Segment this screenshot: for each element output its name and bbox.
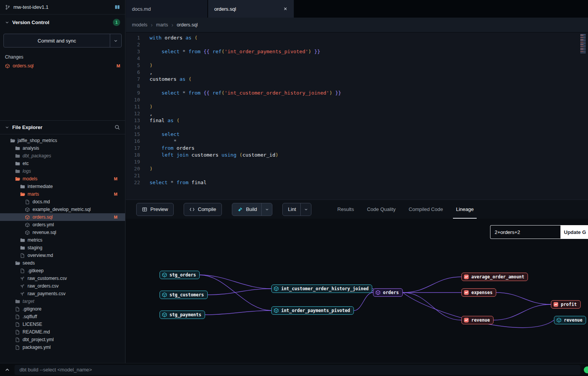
tab-compiled-code[interactable]: Compiled Code xyxy=(409,200,443,219)
panel-layout-icon[interactable] xyxy=(114,4,120,10)
tree-item-orders.sql[interactable]: orders.sqlM xyxy=(0,213,125,221)
tree-item-label: raw_payments.csv xyxy=(28,291,65,296)
file-icon xyxy=(15,329,20,335)
lineage-node-orders[interactable]: orders xyxy=(373,288,403,297)
seed-icon xyxy=(20,276,25,281)
lineage-node-stg_payments[interactable]: stg_payments xyxy=(160,311,205,319)
folder-icon xyxy=(15,145,20,151)
branch-name: mw-test-idev1.1 xyxy=(13,4,49,10)
cube-icon xyxy=(25,222,30,227)
tab-code-quality[interactable]: Code Quality xyxy=(367,200,396,219)
tree-item-label: .sqlfluff xyxy=(23,314,37,319)
tab-lineage[interactable]: Lineage xyxy=(456,200,474,219)
update-graph-button[interactable]: Update G xyxy=(560,225,588,239)
breadcrumb-current: orders.sql xyxy=(177,22,198,28)
lineage-panel: stg_ordersstg_customersstg_paymentsint_c… xyxy=(126,219,588,363)
build-icon xyxy=(238,207,243,212)
commit-and-sync-button[interactable]: Commit and sync xyxy=(3,34,122,47)
lineage-node-expenses[interactable]: expenses xyxy=(461,288,496,297)
tab-docs-md[interactable]: docs.md xyxy=(126,0,207,18)
lineage-node-revenue[interactable]: revenue xyxy=(554,316,586,324)
chevron-up-icon[interactable] xyxy=(0,367,15,373)
tree-item-intermediate[interactable]: intermediate xyxy=(0,183,125,190)
lineage-node-stg_customers[interactable]: stg_customers xyxy=(160,291,208,299)
tab-results[interactable]: Results xyxy=(337,200,354,219)
tree-item-dbt_project.yml[interactable]: dbt_project.yml xyxy=(0,336,125,343)
tree-item-raw_orders.csv[interactable]: raw_orders.csv xyxy=(0,282,125,290)
tree-item-LICENSE[interactable]: LICENSE xyxy=(0,320,125,328)
lineage-node-int_order_payments_pivoted[interactable]: int_order_payments_pivoted xyxy=(271,306,354,315)
lineage-node-revenue[interactable]: revenue xyxy=(461,316,494,324)
build-button[interactable]: Build xyxy=(232,203,272,216)
tree-item-staging[interactable]: staging xyxy=(0,244,125,252)
file-explorer-title: File Explorer xyxy=(12,124,42,130)
tree-item-.sqlfluff[interactable]: .sqlfluff xyxy=(0,313,125,320)
lineage-node-label: int_order_payments_pivoted xyxy=(281,308,350,313)
dbt-command-input[interactable] xyxy=(15,365,580,375)
tree-item-label: raw_orders.csv xyxy=(28,283,59,289)
folder-icon xyxy=(15,161,20,166)
folder-open-icon xyxy=(20,191,25,197)
breadcrumb-models[interactable]: models xyxy=(132,22,147,28)
code-editor[interactable]: 12345678910111213141516171819202122 with… xyxy=(126,33,588,199)
lineage-node-label: revenue xyxy=(564,317,582,323)
folder-open-icon xyxy=(15,176,20,181)
tree-item-raw_customers.csv[interactable]: raw_customers.csv xyxy=(0,275,125,282)
changes-count-badge: 1 xyxy=(113,19,120,26)
changed-file-row[interactable]: orders.sql M xyxy=(0,62,125,70)
git-branch-icon xyxy=(5,5,10,10)
preview-button[interactable]: Preview xyxy=(136,203,174,216)
tree-item-.gitignore[interactable]: .gitignore xyxy=(0,305,125,313)
tree-item-dbt_packages[interactable]: dbt_packages xyxy=(0,152,125,160)
tree-item-etc[interactable]: etc xyxy=(0,160,125,167)
tree-item-README.md[interactable]: README.md xyxy=(0,328,125,336)
main-panel: docs.md orders.sql models › marts › orde… xyxy=(126,0,588,363)
tree-item-packages.yml[interactable]: packages.yml xyxy=(0,343,125,351)
tree-item-seeds[interactable]: seeds xyxy=(0,259,125,267)
tree-item-logs[interactable]: logs xyxy=(0,167,125,175)
tree-item-label: overview.md xyxy=(28,253,53,258)
lineage-node-label: stg_payments xyxy=(169,312,201,317)
breadcrumb: models › marts › orders.sql xyxy=(126,18,588,33)
lineage-node-profit[interactable]: profit xyxy=(551,300,581,309)
lineage-node-stg_orders[interactable]: stg_orders xyxy=(160,271,200,279)
tree-item-analysis[interactable]: analysis xyxy=(0,144,125,152)
tab-orders-sql[interactable]: orders.sql xyxy=(208,0,294,18)
tree-item-marts[interactable]: martsM xyxy=(0,190,125,198)
seed-icon xyxy=(20,283,25,289)
lineage-node-average_order_amount[interactable]: average_order_amount xyxy=(461,273,528,281)
tree-item-metrics[interactable]: metrics xyxy=(0,236,125,244)
code-content[interactable]: with orders as ( select * from {{ ref('i… xyxy=(150,34,341,199)
close-icon[interactable] xyxy=(283,7,288,11)
lint-options-caret[interactable] xyxy=(300,203,308,216)
tree-item-docs.md[interactable]: docs.md xyxy=(0,198,125,206)
folder-icon xyxy=(20,237,25,243)
build-options-caret[interactable] xyxy=(261,203,269,216)
commit-options-caret[interactable] xyxy=(110,34,121,47)
compile-button[interactable]: Compile xyxy=(184,203,222,216)
version-control-header[interactable]: Version Control 1 xyxy=(0,15,125,30)
breadcrumb-marts[interactable]: marts xyxy=(156,22,168,28)
folder-open-icon xyxy=(10,138,15,143)
file-icon xyxy=(15,337,20,342)
tree-item-label: dbt_packages xyxy=(23,153,51,159)
tree-item-models[interactable]: modelsM xyxy=(0,175,125,183)
tree-item-label: dbt_project.yml xyxy=(23,337,54,342)
tree-item-example_develop_metric.sql[interactable]: example_develop_metric.sql xyxy=(0,206,125,213)
file-explorer-header[interactable]: File Explorer xyxy=(0,120,125,134)
tree-item-revenue.sql[interactable]: revenue.sql xyxy=(0,229,125,236)
chevron-right-icon: › xyxy=(171,22,173,28)
lineage-node-int_customer_order_history_joined[interactable]: int_customer_order_history_joined xyxy=(271,284,372,293)
lint-button[interactable]: Lint xyxy=(282,203,311,216)
tree-item-overview.md[interactable]: overview.md xyxy=(0,252,125,259)
tree-item-orders.yml[interactable]: orders.yml xyxy=(0,221,125,229)
tree-item-.gitkeep[interactable]: .gitkeep xyxy=(0,267,125,275)
tree-item-target[interactable]: target xyxy=(0,298,125,305)
minimap[interactable] xyxy=(580,34,587,62)
version-control-title: Version Control xyxy=(12,20,49,25)
changes-label: Changes xyxy=(5,54,120,60)
tree-item-jaffle_shop_metrics[interactable]: jaffle_shop_metrics xyxy=(0,137,125,144)
lineage-selector-input[interactable] xyxy=(490,225,560,239)
search-icon[interactable] xyxy=(114,124,120,130)
tree-item-raw_payments.csv[interactable]: raw_payments.csv xyxy=(0,290,125,298)
